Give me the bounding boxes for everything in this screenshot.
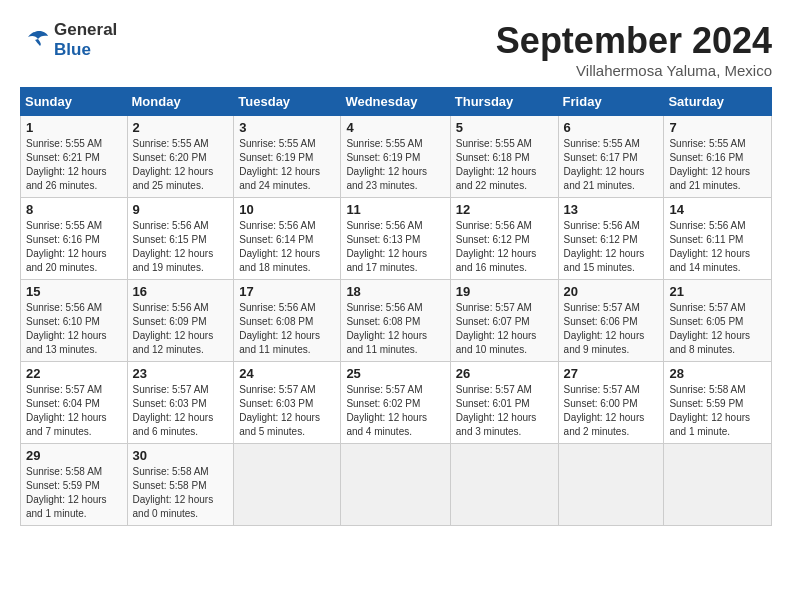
- title-section: September 2024 Villahermosa Yaluma, Mexi…: [496, 20, 772, 79]
- calendar-day-14: 14Sunrise: 5:56 AM Sunset: 6:11 PM Dayli…: [664, 198, 772, 280]
- calendar-week-2: 8Sunrise: 5:55 AM Sunset: 6:16 PM Daylig…: [21, 198, 772, 280]
- calendar-day-12: 12Sunrise: 5:56 AM Sunset: 6:12 PM Dayli…: [450, 198, 558, 280]
- calendar-table: SundayMondayTuesdayWednesdayThursdayFrid…: [20, 87, 772, 526]
- calendar-day-10: 10Sunrise: 5:56 AM Sunset: 6:14 PM Dayli…: [234, 198, 341, 280]
- calendar-day-17: 17Sunrise: 5:56 AM Sunset: 6:08 PM Dayli…: [234, 280, 341, 362]
- calendar-day-27: 27Sunrise: 5:57 AM Sunset: 6:00 PM Dayli…: [558, 362, 664, 444]
- calendar-day-20: 20Sunrise: 5:57 AM Sunset: 6:06 PM Dayli…: [558, 280, 664, 362]
- calendar-day-empty: [341, 444, 450, 526]
- calendar-day-30: 30Sunrise: 5:58 AM Sunset: 5:58 PM Dayli…: [127, 444, 234, 526]
- calendar-day-empty: [558, 444, 664, 526]
- calendar-day-13: 13Sunrise: 5:56 AM Sunset: 6:12 PM Dayli…: [558, 198, 664, 280]
- calendar-weekday-wednesday: Wednesday: [341, 88, 450, 116]
- calendar-weekday-thursday: Thursday: [450, 88, 558, 116]
- calendar-day-22: 22Sunrise: 5:57 AM Sunset: 6:04 PM Dayli…: [21, 362, 128, 444]
- calendar-week-1: 1Sunrise: 5:55 AM Sunset: 6:21 PM Daylig…: [21, 116, 772, 198]
- calendar-header-row: SundayMondayTuesdayWednesdayThursdayFrid…: [21, 88, 772, 116]
- calendar-day-4: 4Sunrise: 5:55 AM Sunset: 6:19 PM Daylig…: [341, 116, 450, 198]
- calendar-week-4: 22Sunrise: 5:57 AM Sunset: 6:04 PM Dayli…: [21, 362, 772, 444]
- calendar-weekday-tuesday: Tuesday: [234, 88, 341, 116]
- calendar-day-7: 7Sunrise: 5:55 AM Sunset: 6:16 PM Daylig…: [664, 116, 772, 198]
- logo-icon: [20, 28, 50, 52]
- calendar-day-26: 26Sunrise: 5:57 AM Sunset: 6:01 PM Dayli…: [450, 362, 558, 444]
- calendar-day-1: 1Sunrise: 5:55 AM Sunset: 6:21 PM Daylig…: [21, 116, 128, 198]
- calendar-day-3: 3Sunrise: 5:55 AM Sunset: 6:19 PM Daylig…: [234, 116, 341, 198]
- calendar-day-23: 23Sunrise: 5:57 AM Sunset: 6:03 PM Dayli…: [127, 362, 234, 444]
- calendar-day-19: 19Sunrise: 5:57 AM Sunset: 6:07 PM Dayli…: [450, 280, 558, 362]
- calendar-day-24: 24Sunrise: 5:57 AM Sunset: 6:03 PM Dayli…: [234, 362, 341, 444]
- calendar-day-18: 18Sunrise: 5:56 AM Sunset: 6:08 PM Dayli…: [341, 280, 450, 362]
- calendar-weekday-friday: Friday: [558, 88, 664, 116]
- calendar-day-empty: [664, 444, 772, 526]
- calendar-day-28: 28Sunrise: 5:58 AM Sunset: 5:59 PM Dayli…: [664, 362, 772, 444]
- calendar-weekday-monday: Monday: [127, 88, 234, 116]
- calendar-weekday-sunday: Sunday: [21, 88, 128, 116]
- calendar-day-8: 8Sunrise: 5:55 AM Sunset: 6:16 PM Daylig…: [21, 198, 128, 280]
- logo: General Blue: [20, 20, 117, 61]
- calendar-day-2: 2Sunrise: 5:55 AM Sunset: 6:20 PM Daylig…: [127, 116, 234, 198]
- calendar-day-16: 16Sunrise: 5:56 AM Sunset: 6:09 PM Dayli…: [127, 280, 234, 362]
- calendar-day-empty: [234, 444, 341, 526]
- calendar-day-25: 25Sunrise: 5:57 AM Sunset: 6:02 PM Dayli…: [341, 362, 450, 444]
- calendar-week-5: 29Sunrise: 5:58 AM Sunset: 5:59 PM Dayli…: [21, 444, 772, 526]
- calendar-day-29: 29Sunrise: 5:58 AM Sunset: 5:59 PM Dayli…: [21, 444, 128, 526]
- calendar-weekday-saturday: Saturday: [664, 88, 772, 116]
- calendar-day-15: 15Sunrise: 5:56 AM Sunset: 6:10 PM Dayli…: [21, 280, 128, 362]
- calendar-day-5: 5Sunrise: 5:55 AM Sunset: 6:18 PM Daylig…: [450, 116, 558, 198]
- calendar-day-empty: [450, 444, 558, 526]
- page-header: General Blue September 2024 Villahermosa…: [20, 20, 772, 79]
- month-title: September 2024: [496, 20, 772, 62]
- calendar-day-21: 21Sunrise: 5:57 AM Sunset: 6:05 PM Dayli…: [664, 280, 772, 362]
- calendar-day-6: 6Sunrise: 5:55 AM Sunset: 6:17 PM Daylig…: [558, 116, 664, 198]
- calendar-day-9: 9Sunrise: 5:56 AM Sunset: 6:15 PM Daylig…: [127, 198, 234, 280]
- calendar-week-3: 15Sunrise: 5:56 AM Sunset: 6:10 PM Dayli…: [21, 280, 772, 362]
- calendar-day-11: 11Sunrise: 5:56 AM Sunset: 6:13 PM Dayli…: [341, 198, 450, 280]
- location-subtitle: Villahermosa Yaluma, Mexico: [496, 62, 772, 79]
